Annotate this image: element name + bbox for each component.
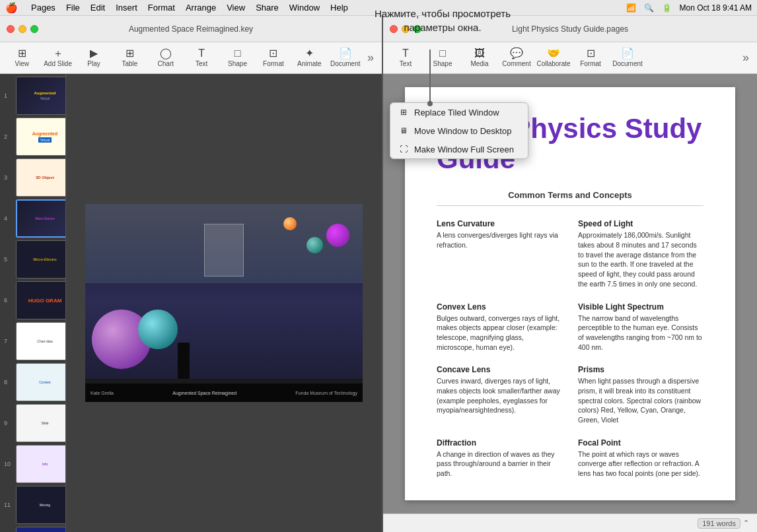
- pages-toolbar-document[interactable]: 📄 Document: [610, 45, 645, 71]
- pages-toolbar-more[interactable]: »: [740, 48, 752, 67]
- tooltip-callout: Нажмите, чтобы просмотреть параметры окн…: [370, 7, 515, 34]
- pages-toolbar-comment[interactable]: 💬 Comment: [499, 45, 534, 71]
- term-concave-lens: Concave Lens Curves inward, diverges ray…: [437, 365, 562, 424]
- menu-format[interactable]: Format: [148, 3, 175, 13]
- document-icon: 📄: [339, 48, 352, 59]
- dropdown-move-desktop[interactable]: 🖥 Move Window to Desktop: [390, 121, 528, 140]
- caption-museum: Funda Museum of Technology: [295, 391, 357, 395]
- term-diffraction-desc: A change in direction of waves as they p…: [437, 449, 562, 479]
- fullscreen-button[interactable]: [30, 25, 38, 33]
- term-lens-curvature: Lens Curvature A lens converges/diverges…: [437, 219, 562, 288]
- menu-view[interactable]: View: [227, 3, 245, 13]
- slide-thumb-2[interactable]: Augmented Virtual: [16, 117, 66, 156]
- slides-panel: 1 Augmented Virtual 2 Augmented Vir: [0, 74, 66, 532]
- menu-insert[interactable]: Insert: [116, 3, 137, 13]
- slide-canvas: Kate Grella Augmented Space Reimagined F…: [85, 204, 363, 402]
- play-icon: ▶: [90, 48, 98, 59]
- toolbar-animate[interactable]: ✦ Animate: [293, 45, 326, 71]
- toolbar-shape[interactable]: □ Shape: [221, 45, 254, 71]
- pages-toolbar-collaborate[interactable]: 🤝 Collaborate: [536, 45, 571, 71]
- dropdown-replace-label: Replace Tiled Window: [414, 108, 499, 117]
- term-visible-spectrum: Visible Light Spectrum The narrow band o…: [578, 302, 703, 352]
- term-concave-desc: Curves inward, diverges rays of light, m…: [437, 376, 562, 415]
- pages-text-icon: T: [402, 48, 409, 59]
- apple-menu[interactable]: 🍎: [5, 2, 18, 14]
- dropdown-fullscreen[interactable]: ⛶ Make Window Full Screen: [390, 140, 528, 158]
- menu-help[interactable]: Help: [330, 3, 348, 13]
- menu-share[interactable]: Share: [256, 3, 279, 13]
- animate-icon: ✦: [305, 48, 314, 59]
- slide-thumb-4[interactable]: Micro Electro: [16, 199, 66, 238]
- pages-comment-icon: 💬: [510, 48, 523, 59]
- slide-wrapper-10: 10 Info: [16, 445, 61, 483]
- menu-pages[interactable]: Pages: [31, 3, 55, 13]
- format-icon: ⊡: [269, 48, 277, 59]
- close-button[interactable]: [7, 25, 15, 33]
- menu-arrange[interactable]: Arrange: [186, 3, 216, 13]
- toolbar-view[interactable]: ⊞ View: [5, 45, 38, 71]
- slide-wrapper-8: 8 Content: [16, 363, 61, 401]
- toolbar-document[interactable]: 📄 Document: [329, 45, 362, 71]
- doc-subtitle: Common Terms and Concepts: [437, 190, 703, 200]
- slide-wrapper-3: 3 3D Object: [16, 158, 61, 197]
- term-diffraction-heading: Diffraction: [437, 438, 562, 448]
- term-spectrum-desc: The narrow band of wavelengths perceptib…: [578, 314, 703, 352]
- word-count-chevron[interactable]: ⌃: [743, 519, 749, 527]
- table-label: Table: [122, 60, 137, 67]
- term-spectrum-heading: Visible Light Spectrum: [578, 302, 703, 312]
- pages-toolbar-format[interactable]: ⊡ Format: [573, 45, 608, 71]
- slide-thumb-1[interactable]: Augmented Virtual: [16, 77, 66, 115]
- toolbar-format[interactable]: ⊡ Format: [257, 45, 290, 71]
- pages-media-icon: 🖼: [474, 48, 485, 59]
- pages-toolbar-text[interactable]: T Text: [388, 45, 423, 71]
- caption-author: Kate Grella: [90, 391, 114, 395]
- menu-window[interactable]: Window: [289, 3, 320, 13]
- slide-thumb-10[interactable]: Info: [16, 445, 66, 483]
- caption-title: Augmented Space Reimagined: [172, 391, 236, 395]
- keynote-title: Augmented Space Reimagined.key: [129, 24, 253, 34]
- toolbar-table[interactable]: ⊞ Table: [113, 45, 146, 71]
- play-label: Play: [87, 60, 100, 67]
- text-icon: T: [198, 48, 205, 59]
- slide-thumb-6[interactable]: HUGO GRAM: [16, 281, 66, 319]
- dropdown-replace-tiled[interactable]: ⊞ Replace Tiled Window: [390, 103, 528, 121]
- term-prisms: Prisms When light passes through a dispe…: [578, 365, 703, 424]
- slide-thumb-5[interactable]: Micro-Electro: [16, 240, 66, 279]
- toolbar-more[interactable]: »: [365, 48, 377, 67]
- menubar-right: 📶 🔍 🔋 Mon Oct 18 9:41 AM: [626, 3, 752, 13]
- text-label: Text: [196, 60, 207, 67]
- split-container: Augmented Space Reimagined.key ⊞ View ＋ …: [0, 16, 757, 532]
- slide-thumb-11[interactable]: Moving: [16, 486, 66, 524]
- pages-toolbar-media[interactable]: 🖼 Media: [462, 45, 497, 71]
- toolbar-text[interactable]: T Text: [185, 45, 218, 71]
- toolbar-add-slide[interactable]: ＋ Add Slide: [41, 45, 74, 71]
- slide-thumb-7[interactable]: Chart data: [16, 322, 66, 360]
- toolbar-chart[interactable]: ◯ Chart: [149, 45, 182, 71]
- status-bar: 191 words ⌃: [383, 514, 757, 532]
- slide-visual: Kate Grella Augmented Space Reimagined F…: [85, 204, 363, 402]
- toolbar-play[interactable]: ▶ Play: [77, 45, 110, 71]
- shape-icon: □: [234, 48, 241, 59]
- menu-file[interactable]: File: [66, 3, 80, 13]
- term-lens-curvature-heading: Lens Curvature: [437, 219, 562, 228]
- slide-thumb-3[interactable]: 3D Object: [16, 158, 66, 197]
- slide-wrapper-4: 4 Micro Electro: [16, 199, 61, 238]
- table-icon: ⊞: [126, 48, 134, 59]
- menu-edit[interactable]: Edit: [90, 3, 105, 13]
- pages-document-icon: 📄: [621, 48, 634, 59]
- document-label: Document: [330, 60, 361, 67]
- word-count[interactable]: 191 words: [698, 518, 740, 529]
- pages-collaborate-label: Collaborate: [536, 60, 570, 67]
- search-icon[interactable]: 🔍: [644, 3, 654, 13]
- chart-label: Chart: [158, 60, 174, 67]
- pages-format-icon: ⊡: [587, 48, 595, 59]
- slide-wrapper-9: 9 Slide: [16, 404, 61, 442]
- slide-thumb-8[interactable]: Content: [16, 363, 66, 401]
- slide-wrapper-2: 2 Augmented Virtual: [16, 117, 61, 156]
- chart-icon: ◯: [160, 48, 172, 59]
- slide-thumb-9[interactable]: Slide: [16, 404, 66, 442]
- slide-thumb-12[interactable]: Phone: [16, 527, 66, 532]
- minimize-button[interactable]: [18, 25, 26, 33]
- battery-icon: 🔋: [662, 3, 672, 13]
- term-prisms-desc: When light passes through a dispersive p…: [578, 376, 703, 424]
